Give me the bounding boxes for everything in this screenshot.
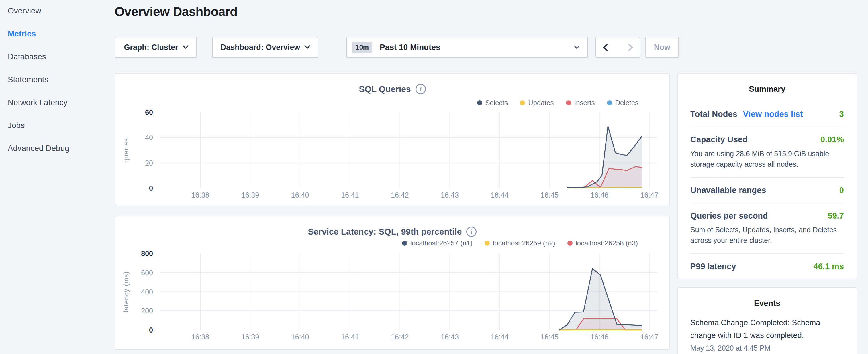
x-axis-tick-label: 16:44 xyxy=(491,333,509,341)
legend-item: Selects xyxy=(477,99,508,107)
summary-row-description: You are using 28.6 MiB of 515.9 GiB usab… xyxy=(690,148,844,169)
summary-row-label: P99 latency xyxy=(690,262,736,271)
x-axis-tick-label: 16:42 xyxy=(391,191,409,199)
y-axis-unit-label: queries xyxy=(122,138,130,163)
summary-row-label: Unavailable ranges xyxy=(690,186,766,195)
summary-row: P99 latency46.1 ms xyxy=(690,254,844,279)
legend-dot-icon xyxy=(485,240,490,246)
y-axis-tick-label: 200 xyxy=(141,307,153,315)
summary-row-value: 46.1 ms xyxy=(813,262,844,271)
summary-row-label: Capacity Used xyxy=(690,135,748,144)
legend-label: localhost:26257 (n1) xyxy=(410,239,472,247)
legend-item: localhost:26257 (n1) xyxy=(402,239,472,247)
sidebar-item-statements[interactable]: Statements xyxy=(8,75,115,84)
summary-row: Total NodesView nodes list3 xyxy=(690,102,844,127)
legend-dot-icon xyxy=(567,240,572,246)
y-axis-tick-label: 60 xyxy=(145,108,153,116)
summary-row-label: Queries per second xyxy=(690,211,768,221)
now-button[interactable]: Now xyxy=(645,37,679,58)
view-nodes-list-link[interactable]: View nodes list xyxy=(743,109,803,119)
sql-queries-chart-title: SQL Queries xyxy=(359,84,411,94)
sql-queries-chart-card: 020406016:3816:3916:4016:4116:4216:4316:… xyxy=(115,73,670,205)
event-message: Schema Change Completed: Schema change w… xyxy=(690,317,844,342)
info-icon[interactable]: i xyxy=(415,84,426,94)
x-axis-tick-label: 16:41 xyxy=(341,191,359,199)
legend-dot-icon xyxy=(520,100,525,105)
dashboard-dropdown[interactable]: Dashboard: Overview xyxy=(212,37,318,58)
sidebar-item-overview[interactable]: Overview xyxy=(8,6,115,15)
summary-panel-title: Summary xyxy=(690,74,844,94)
legend-item: localhost:26258 (n3) xyxy=(567,239,638,247)
service-latency-chart-card: 020040060080016:3816:3916:4016:4116:4216… xyxy=(115,216,670,350)
chevron-left-icon xyxy=(603,43,611,51)
service-latency-chart-legend: localhost:26257 (n1)localhost:26259 (n2)… xyxy=(402,239,638,247)
summary-panel: Summary Total NodesView nodes list3Capac… xyxy=(677,73,857,279)
y-axis-unit-label: latency (ms) xyxy=(122,271,130,312)
y-axis-tick-label: 600 xyxy=(141,269,153,277)
legend-label: Selects xyxy=(486,99,508,107)
summary-row-value: 0.01% xyxy=(820,135,844,144)
service-latency-chart-title: Service Latency: SQL, 99th percentile xyxy=(308,227,462,236)
controls-divider xyxy=(332,37,332,58)
info-icon[interactable]: i xyxy=(466,227,476,237)
x-axis-tick-label: 16:39 xyxy=(241,333,259,341)
legend-label: Inserts xyxy=(574,99,595,107)
x-axis-tick-label: 16:46 xyxy=(591,333,609,341)
sidebar-item-advanced-debug[interactable]: Advanced Debug xyxy=(8,144,115,152)
legend-label: Deletes xyxy=(615,99,639,107)
legend-dot-icon xyxy=(477,100,482,105)
x-axis-tick-label: 16:47 xyxy=(641,191,658,199)
chevron-down-icon xyxy=(182,43,188,49)
sidebar-item-databases[interactable]: Databases xyxy=(8,52,115,61)
graph-scope-dropdown[interactable]: Graph: Cluster xyxy=(115,37,197,58)
x-axis-tick-label: 16:43 xyxy=(441,191,459,199)
event-item[interactable]: Schema Change Completed: Schema change w… xyxy=(690,317,844,352)
dashboard-dropdown-label: Dashboard: Overview xyxy=(221,43,300,52)
sidebar-item-network-latency[interactable]: Network Latency xyxy=(8,98,115,106)
sql-queries-chart-legend: SelectsUpdatesInsertsDeletes xyxy=(477,99,639,107)
time-range-badge: 10m xyxy=(352,41,372,53)
y-axis-tick-label: 20 xyxy=(145,159,153,167)
x-axis-tick-label: 16:42 xyxy=(391,333,409,341)
now-button-label: Now xyxy=(654,43,670,52)
x-axis-tick-label: 16:40 xyxy=(291,191,309,199)
x-axis-tick-label: 16:43 xyxy=(441,333,459,341)
time-range-selector[interactable]: 10m Past 10 Minutes xyxy=(346,37,588,58)
legend-label: Updates xyxy=(528,99,554,107)
time-step-forward-button[interactable] xyxy=(618,37,640,57)
y-axis-tick-label: 800 xyxy=(141,250,153,257)
summary-row-label: Total Nodes xyxy=(690,109,737,119)
legend-item: localhost:26259 (n2) xyxy=(485,239,555,247)
sidebar-item-metrics[interactable]: Metrics xyxy=(8,29,115,38)
time-range-label: Past 10 Minutes xyxy=(380,43,575,52)
legend-dot-icon xyxy=(402,240,407,246)
x-axis-tick-label: 16:45 xyxy=(540,333,559,341)
x-axis-tick-label: 16:47 xyxy=(641,333,658,341)
legend-item: Updates xyxy=(520,99,554,107)
x-axis-tick-label: 16:38 xyxy=(191,191,210,199)
x-axis-tick-label: 16:40 xyxy=(291,333,309,341)
x-axis-tick-label: 16:41 xyxy=(341,333,359,341)
x-axis-tick-label: 16:39 xyxy=(241,191,259,199)
sidebar-item-jobs[interactable]: Jobs xyxy=(8,121,115,129)
y-axis-tick-label: 400 xyxy=(141,288,153,296)
controls-bar: Graph: Cluster Dashboard: Overview 10m P… xyxy=(115,37,860,58)
time-step-back-button[interactable] xyxy=(596,37,618,57)
sidebar: OverviewMetricsDatabasesStatementsNetwor… xyxy=(0,0,115,354)
y-axis-tick-label: 0 xyxy=(149,326,153,334)
summary-row: Queries per second59.7Sum of Selects, Up… xyxy=(690,203,844,254)
summary-row: Capacity Used0.01%You are using 28.6 MiB… xyxy=(690,127,844,178)
legend-label: localhost:26259 (n2) xyxy=(493,239,555,247)
x-axis-tick-label: 16:45 xyxy=(540,191,559,199)
summary-row-description: Sum of Selects, Updates, Inserts, and De… xyxy=(690,225,844,246)
x-axis-tick-label: 16:38 xyxy=(191,333,210,341)
chevron-down-icon xyxy=(304,43,310,49)
y-axis-tick-label: 40 xyxy=(145,133,153,141)
events-panel-title: Events xyxy=(690,288,844,308)
event-timestamp: May 13, 2020 at 4:45 PM xyxy=(690,344,844,352)
events-panel: Events Schema Change Completed: Schema c… xyxy=(677,287,857,354)
legend-dot-icon xyxy=(566,100,571,105)
y-axis-tick-label: 0 xyxy=(149,184,153,192)
page-title: Overview Dashboard xyxy=(115,5,238,19)
legend-item: Deletes xyxy=(607,99,639,107)
